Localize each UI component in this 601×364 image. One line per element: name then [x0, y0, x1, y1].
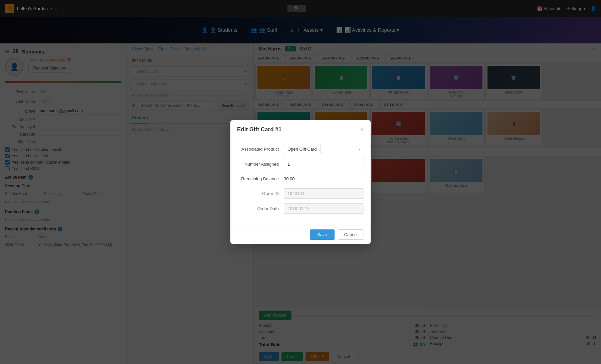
modal-close-btn[interactable]: × [360, 127, 364, 133]
associated-product-select-wrapper: Open Gift Card ▾ [284, 144, 364, 154]
modal-overlay: Edit Gift Card #1 × Associated Product O… [0, 0, 601, 364]
associated-product-select[interactable]: Open Gift Card [284, 144, 321, 154]
modal-header: Edit Gift Card #1 × [230, 120, 371, 137]
modal-footer: Save Cancel [230, 225, 371, 244]
order-date-label: Order Date [237, 206, 284, 211]
order-date-row: Order Date [237, 203, 364, 214]
number-assigned-row: Number Assigned [237, 159, 364, 169]
modal-save-btn[interactable]: Save [310, 229, 335, 240]
edit-gift-card-modal: Edit Gift Card #1 × Associated Product O… [230, 120, 371, 244]
number-assigned-input[interactable] [284, 159, 364, 169]
order-id-label: Order ID [237, 191, 284, 196]
modal-body: Associated Product Open Gift Card ▾ Numb… [230, 137, 371, 225]
remaining-balance-value: 30.00 [284, 174, 364, 184]
order-id-input[interactable] [284, 188, 364, 199]
order-date-input[interactable] [284, 203, 364, 214]
chevron-down-icon: ▾ [359, 147, 361, 151]
modal-cancel-btn[interactable]: Cancel [338, 229, 364, 240]
associated-product-row: Associated Product Open Gift Card ▾ [237, 144, 364, 154]
remaining-balance-label: Remaining Balance [237, 176, 284, 181]
order-id-row: Order ID [237, 188, 364, 199]
number-assigned-label: Number Assigned [237, 162, 284, 167]
remaining-balance-row: Remaining Balance 30.00 [237, 174, 364, 184]
associated-product-label: Associated Product [237, 147, 284, 152]
modal-title: Edit Gift Card #1 [237, 126, 281, 133]
